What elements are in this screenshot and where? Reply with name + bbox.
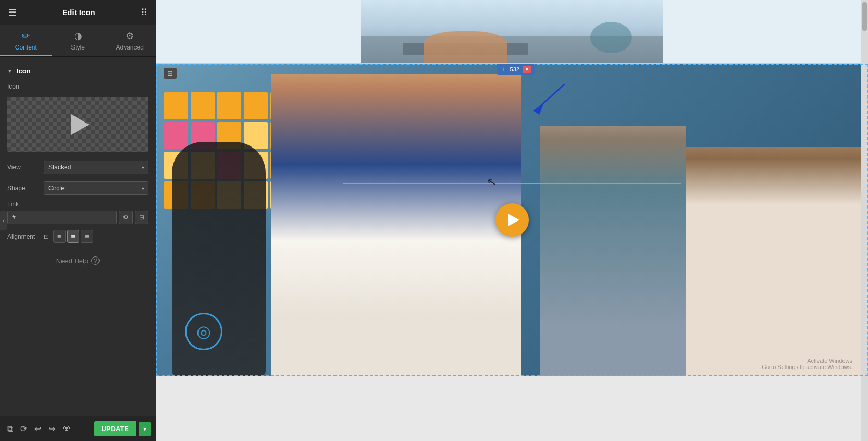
sticky-note <box>244 92 268 119</box>
need-help-section[interactable]: Need Help ? <box>0 248 156 273</box>
play-button-area[interactable] <box>495 203 529 237</box>
floating-element-toolbar: + 532 × <box>497 64 535 75</box>
play-triangle-icon <box>508 214 519 226</box>
link-input[interactable] <box>7 211 117 224</box>
blue-arrow-indicator <box>528 79 569 123</box>
icon-field-row: Icon <box>0 79 156 94</box>
view-dropdown-wrapper: Stacked Framed Default ▾ <box>44 161 148 174</box>
link-field-row: Link ⚙ ⊟ <box>0 199 156 228</box>
view-dropdown[interactable]: Stacked Framed Default <box>44 161 148 174</box>
link-field-label: Link <box>7 201 148 208</box>
align-center-button[interactable]: ≡ <box>67 230 80 243</box>
align-right-button[interactable]: ≡ <box>81 230 93 243</box>
icon-field-label: Icon <box>7 83 44 90</box>
column-toolbar[interactable]: ⊞ <box>164 68 177 79</box>
style-tab-label: Style <box>71 44 85 51</box>
floating-close-button[interactable]: × <box>523 66 531 73</box>
alignment-buttons: ≡ ≡ ≡ <box>53 230 93 243</box>
alignment-icon-label: ⊡ <box>44 233 49 240</box>
view-field-row: View Stacked Framed Default ▾ <box>0 157 156 178</box>
far-right-people <box>686 147 868 376</box>
history-icon[interactable]: ⟳ <box>18 422 29 436</box>
svg-marker-1 <box>533 104 543 115</box>
floating-add-button[interactable]: + <box>500 65 507 73</box>
alignment-row: Alignment ⊡ ≡ ≡ ≡ <box>0 228 156 248</box>
advanced-tab-label: Advanced <box>116 44 143 51</box>
logo-icon: ◎ <box>196 322 211 341</box>
update-button[interactable]: UPDATE <box>94 421 136 436</box>
section-chevron-icon: ▼ <box>7 68 13 74</box>
content-tab-icon: ✏ <box>22 30 30 42</box>
bottom-bar: ⧉ ⟳ ↩ ↪ 👁 UPDATE ▾ <box>0 416 156 441</box>
tab-style[interactable]: ◑ Style <box>52 25 104 56</box>
left-panel: ☰ Edit Icon ⠿ ✏ Content ◑ Style ⚙ Advanc… <box>0 0 156 441</box>
panel-collapse-handle[interactable]: ‹ <box>0 211 7 230</box>
undo-icon[interactable]: ↩ <box>32 422 43 436</box>
windows-activation-text: Activate Windows Go to Settings to activ… <box>762 358 852 370</box>
sticky-note <box>217 92 241 119</box>
icon-section-header[interactable]: ▼ Icon <box>0 63 156 79</box>
layers-icon[interactable]: ⧉ <box>5 422 15 436</box>
tab-content[interactable]: ✏ Content <box>0 25 52 56</box>
shape-dropdown-wrapper: Circle Square Default ▾ <box>44 181 148 195</box>
svg-line-0 <box>538 84 564 108</box>
hamburger-menu-icon[interactable]: ☰ <box>8 7 17 18</box>
right-scrollbar[interactable] <box>861 0 868 441</box>
play-circle-button[interactable] <box>495 203 529 237</box>
redo-icon[interactable]: ↪ <box>46 422 57 436</box>
sticky-note <box>191 92 215 119</box>
scrollbar-thumb <box>862 2 867 31</box>
top-bar: ☰ Edit Icon ⠿ <box>0 0 156 25</box>
canvas-area: ⊞ + 532 × <box>156 0 868 441</box>
right-area: ⊞ + 532 × <box>156 0 868 441</box>
sticky-note <box>164 122 188 149</box>
advanced-tab-icon: ⚙ <box>126 30 134 42</box>
update-dropdown-button[interactable]: ▾ <box>139 422 151 436</box>
sticky-note <box>164 92 188 119</box>
view-field-label: View <box>7 164 44 171</box>
logo-area: ◎ <box>185 313 222 350</box>
shape-dropdown[interactable]: Circle Square Default <box>44 181 148 195</box>
top-image-section <box>156 0 868 64</box>
icon-preview-triangle <box>71 114 89 135</box>
content-tab-label: Content <box>15 44 37 51</box>
logo-circle: ◎ <box>185 313 222 350</box>
help-circle-icon: ? <box>91 256 100 265</box>
people-section: ⊞ + 532 × <box>156 64 868 376</box>
tab-advanced[interactable]: ⚙ Advanced <box>104 25 156 56</box>
link-input-group: ⚙ ⊟ <box>7 211 148 224</box>
alignment-label: Alignment <box>7 233 44 240</box>
panel-title: Edit Icon <box>62 8 95 17</box>
shape-field-label: Shape <box>7 185 44 192</box>
tabs-container: ✏ Content ◑ Style ⚙ Advanced <box>0 25 156 57</box>
style-tab-icon: ◑ <box>74 30 82 42</box>
floating-toolbar-id: 532 <box>508 66 522 72</box>
need-help-label: Need Help <box>56 257 88 265</box>
panel-content: ▼ Icon Icon View Stacked Framed Default … <box>0 57 156 416</box>
visibility-icon[interactable]: 👁 <box>60 422 73 436</box>
link-dynamic-button[interactable]: ⊟ <box>135 211 148 224</box>
icon-section-label: Icon <box>17 67 31 75</box>
icon-preview-container[interactable] <box>7 97 148 152</box>
desk-image <box>361 0 663 63</box>
align-left-button[interactable]: ≡ <box>53 230 66 243</box>
link-settings-button[interactable]: ⚙ <box>119 211 133 224</box>
grid-apps-icon[interactable]: ⠿ <box>141 7 147 18</box>
shape-field-row: Shape Circle Square Default ▾ <box>0 178 156 199</box>
